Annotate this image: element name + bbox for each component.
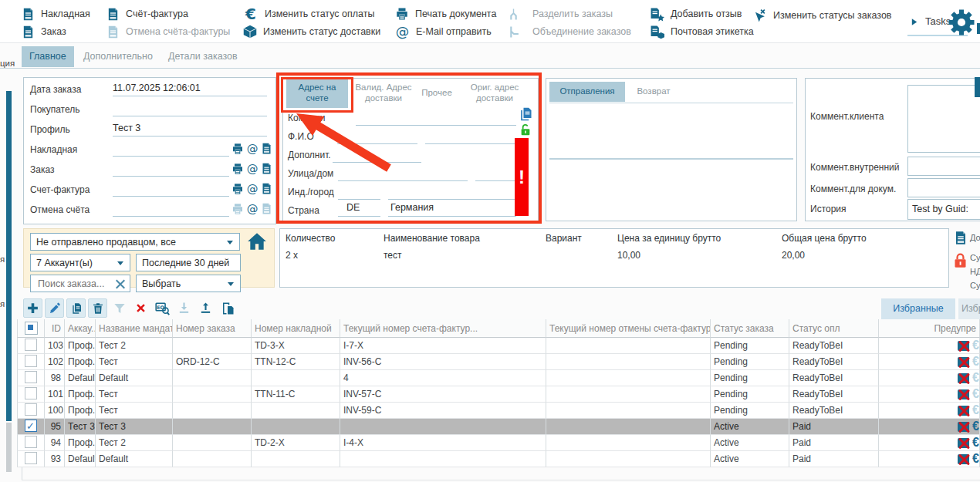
row-checkbox[interactable] bbox=[25, 403, 37, 416]
email-delivery-note-icon[interactable] bbox=[246, 143, 259, 155]
tab-order-details[interactable]: Детали заказов bbox=[161, 46, 245, 67]
unlock-icon[interactable] bbox=[519, 123, 532, 137]
filter-button[interactable] bbox=[110, 298, 129, 318]
toolbar-change-order-statuses[interactable]: Изменить статусы заказов bbox=[752, 8, 891, 23]
city-field[interactable] bbox=[388, 185, 516, 200]
tab-favorites[interactable]: Избранные bbox=[881, 298, 955, 319]
invoice-field[interactable] bbox=[113, 182, 229, 197]
row-checkbox[interactable] bbox=[25, 339, 37, 351]
tab-shipments[interactable]: Отправления bbox=[549, 82, 625, 102]
row-checkbox-cell[interactable] bbox=[17, 354, 45, 370]
paste-button[interactable] bbox=[218, 298, 237, 318]
cancel-invoice-field[interactable] bbox=[113, 202, 229, 217]
print-delivery-note-icon[interactable] bbox=[231, 143, 244, 155]
toolbar-invoice[interactable]: Счёт-фактура bbox=[106, 6, 188, 22]
order-search-box[interactable] bbox=[30, 275, 130, 292]
buyer-field[interactable] bbox=[113, 102, 267, 116]
col-header-mandate[interactable]: Название мандата bbox=[96, 319, 173, 338]
seller-status-filter-dropdown[interactable]: Не отправлено продавцом, все bbox=[30, 233, 240, 251]
house-field[interactable] bbox=[475, 167, 516, 181]
toolbar-tasks[interactable]: Tasks bbox=[909, 14, 951, 29]
col-header-account[interactable]: Аккау... bbox=[65, 319, 96, 338]
accounts-dropdown[interactable]: 7 Аккаунт(ы) bbox=[30, 254, 130, 271]
lock-icon[interactable] bbox=[952, 251, 968, 270]
history-value[interactable]: Test by Guid: bbox=[907, 199, 980, 220]
document-comment-input[interactable] bbox=[907, 178, 980, 197]
toolbar-change-payment-status[interactable]: Изменить статус оплаты bbox=[243, 6, 374, 22]
row-checkbox-cell[interactable] bbox=[17, 451, 45, 467]
col-header-payment-status[interactable]: Статус опл bbox=[789, 319, 879, 338]
order-field[interactable] bbox=[113, 162, 229, 177]
toolbar-add-feedback[interactable]: Добавить отзыв bbox=[650, 6, 742, 22]
row-checkbox-cell[interactable] bbox=[17, 386, 45, 403]
clear-filter-button[interactable] bbox=[131, 298, 150, 318]
tab-returns[interactable]: Возврат bbox=[628, 82, 679, 102]
col-header-invoice-no[interactable]: Текущий номер счета-фактур... bbox=[340, 319, 546, 338]
shipments-splitter[interactable] bbox=[549, 158, 793, 160]
company-field[interactable] bbox=[356, 111, 516, 126]
toolbar-delivery-note[interactable]: Накладная bbox=[22, 6, 90, 22]
col-header-id[interactable]: ID bbox=[45, 319, 65, 338]
email-order-icon[interactable] bbox=[246, 163, 259, 175]
tab-billing-address[interactable]: Адрес на счете bbox=[286, 79, 348, 108]
toolbar-order[interactable]: Заказ bbox=[22, 24, 66, 39]
name-field-2[interactable] bbox=[425, 130, 516, 144]
col-header-delivery-no[interactable]: Номер накладной bbox=[252, 319, 340, 338]
row-checkbox-cell[interactable] bbox=[17, 370, 45, 386]
toolbar-cancel-invoice[interactable]: Отмена счёта-фактуры bbox=[106, 24, 230, 39]
email-cancel-invoice-icon[interactable] bbox=[246, 203, 259, 215]
table-row[interactable]: 101 Проф... Тест TTN-11-C INV-57-C Pendi… bbox=[17, 386, 980, 403]
table-row[interactable]: 102 Проф... Тест ORD-12-C TTN-12-C INV-5… bbox=[17, 354, 980, 370]
print-cancel-invoice-icon[interactable] bbox=[231, 203, 244, 215]
col-header-order-no[interactable]: Номер заказа bbox=[173, 319, 252, 338]
delivery-doc-icon[interactable] bbox=[954, 231, 968, 245]
tab-orig-shipping-address[interactable]: Ориг. адрес доставки bbox=[459, 79, 530, 108]
street-field[interactable] bbox=[338, 167, 468, 181]
tab-other[interactable]: Прочее bbox=[417, 79, 456, 108]
add-row-button[interactable] bbox=[23, 298, 42, 318]
table-row[interactable]: 93 Default Default Active Paid bbox=[17, 451, 980, 467]
toolbar-print-document[interactable]: Печать документа bbox=[395, 6, 496, 22]
row-checkbox-cell[interactable] bbox=[17, 419, 45, 435]
delivery-note-doc-icon[interactable] bbox=[261, 142, 272, 155]
select-all-checkbox[interactable] bbox=[25, 322, 38, 335]
select-all-checkbox-cell[interactable] bbox=[17, 319, 45, 338]
country-code-underline[interactable] bbox=[338, 202, 380, 217]
order-search-input[interactable] bbox=[36, 278, 124, 290]
country-name-underline[interactable] bbox=[388, 202, 516, 217]
search-eq-button[interactable] bbox=[153, 298, 172, 318]
row-checkbox-cell[interactable] bbox=[17, 338, 45, 354]
internal-comment-input[interactable] bbox=[907, 157, 980, 176]
tab-additional[interactable]: Дополнительно bbox=[76, 46, 161, 67]
col-header-warnings[interactable]: Предупре bbox=[879, 319, 980, 338]
toolbar-change-delivery-status[interactable]: Изменить статус доставки bbox=[243, 24, 380, 39]
tab-valid-shipping-address[interactable]: Валид. Адрес доставки bbox=[352, 79, 415, 108]
edit-row-button[interactable] bbox=[45, 298, 64, 318]
additional-field[interactable] bbox=[333, 148, 421, 163]
invoice-doc-icon[interactable] bbox=[261, 182, 272, 195]
clear-search-icon[interactable] bbox=[116, 279, 125, 288]
row-checkbox[interactable] bbox=[25, 387, 37, 399]
cancel-invoice-doc-icon[interactable] bbox=[261, 202, 272, 215]
copy-row-button[interactable] bbox=[66, 298, 86, 318]
row-checkbox-cell[interactable] bbox=[17, 435, 45, 451]
toolbar-email-send[interactable]: E-Mail отправить bbox=[395, 24, 492, 39]
home-icon[interactable] bbox=[247, 231, 267, 251]
client-comment-textarea[interactable] bbox=[907, 85, 980, 153]
table-row[interactable]: 94 Проф... Тест 2 TD-2-X I-4-X Active Pa… bbox=[17, 435, 980, 451]
row-checkbox-cell[interactable] bbox=[17, 403, 45, 419]
toolbar-split-orders[interactable]: Разделить заказы bbox=[507, 6, 613, 22]
toolbar-postal-label[interactable]: Почтовая этикетка bbox=[650, 24, 754, 39]
toolbar-merge-orders[interactable]: Объединение заказов bbox=[507, 24, 631, 39]
row-checkbox[interactable] bbox=[25, 452, 37, 464]
select-dropdown[interactable]: Выбрать bbox=[136, 275, 241, 292]
delete-row-button[interactable] bbox=[88, 298, 107, 318]
delivery-note-field[interactable] bbox=[113, 142, 229, 157]
left-splitter-bar[interactable] bbox=[6, 91, 12, 421]
row-checkbox[interactable] bbox=[25, 420, 37, 432]
tab-main[interactable]: Главное bbox=[22, 46, 74, 67]
print-order-icon[interactable] bbox=[231, 163, 244, 175]
left-scrollbar-fragment[interactable] bbox=[6, 423, 12, 472]
copy-address-icon[interactable] bbox=[518, 106, 533, 122]
col-header-cancel-invoice-no[interactable]: Текущий номер отмены счета-фактуры bbox=[546, 319, 711, 338]
